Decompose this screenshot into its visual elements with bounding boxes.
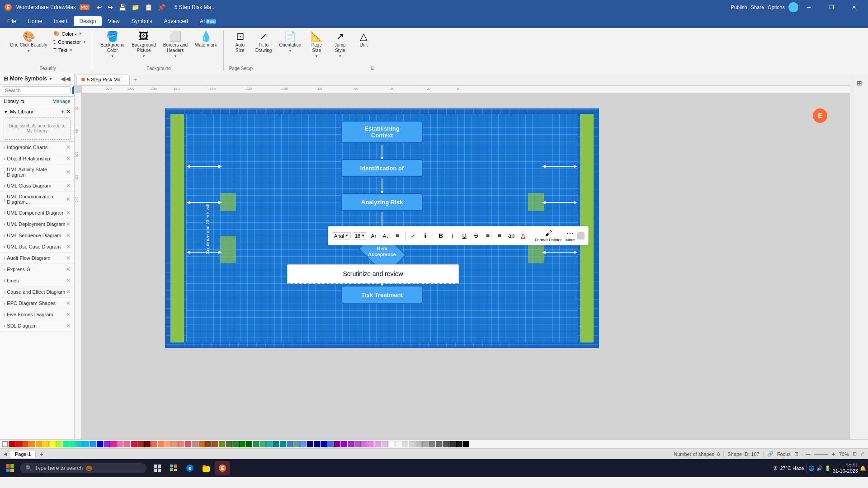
- explorer-button[interactable]: [199, 461, 213, 475]
- jump-style-button[interactable]: ↗ JumpStyle ▼: [329, 30, 351, 60]
- open-button[interactable]: 📁: [130, 3, 141, 12]
- add-tab-button[interactable]: +: [131, 75, 140, 84]
- color-swatch[interactable]: [171, 441, 178, 447]
- library-item[interactable]: ›UML Use Case Diagram✕: [0, 241, 74, 253]
- color-swatch[interactable]: [70, 441, 76, 447]
- color-swatch[interactable]: [63, 441, 69, 447]
- color-swatch[interactable]: [104, 441, 110, 447]
- library-item[interactable]: ›UML Activity State Diagram✕: [0, 164, 74, 180]
- color-swatch[interactable]: [131, 441, 137, 447]
- library-item[interactable]: ›Object Relationship✕: [0, 153, 74, 164]
- font-size-increase-button[interactable]: A↑: [369, 231, 379, 241]
- analyzing-risk-box[interactable]: Analyzing Risk: [341, 193, 423, 211]
- zoom-out-button[interactable]: ─: [806, 450, 811, 458]
- add-page-button[interactable]: +: [37, 450, 46, 459]
- one-click-beautify-button[interactable]: 🎨 One Click Beautify ▼: [7, 30, 50, 55]
- color-swatch[interactable]: [97, 441, 103, 447]
- color-swatch[interactable]: [341, 441, 347, 447]
- color-swatch[interactable]: [15, 441, 22, 447]
- color-swatch[interactable]: [90, 441, 96, 447]
- color-swatch[interactable]: [144, 441, 151, 447]
- color-swatch[interactable]: [9, 441, 15, 447]
- color-swatch[interactable]: [402, 441, 408, 447]
- remove-item-button[interactable]: ✕: [66, 289, 71, 295]
- color-swatch[interactable]: [165, 441, 171, 447]
- remove-item-button[interactable]: ✕: [66, 155, 71, 162]
- library-item[interactable]: ›Five Forces Diagram✕: [0, 309, 74, 320]
- color-swatch[interactable]: [49, 441, 56, 447]
- close-library-button[interactable]: ✕: [66, 108, 71, 115]
- color-swatch[interactable]: [375, 441, 381, 447]
- color-swatch[interactable]: [354, 441, 361, 447]
- color-swatch[interactable]: [409, 441, 415, 447]
- remove-item-button[interactable]: ✕: [66, 144, 71, 150]
- redo-button[interactable]: ↪: [106, 3, 115, 12]
- focus-button[interactable]: Focus: [777, 451, 791, 457]
- library-item[interactable]: ›UML Sequence Diagram✕: [0, 230, 74, 241]
- borders-headers-button[interactable]: ⬜ Borders andHeaders ▼: [160, 30, 190, 60]
- italic-button[interactable]: I: [448, 231, 458, 241]
- library-item[interactable]: ›Express-G✕: [0, 264, 74, 275]
- color-swatch[interactable]: [443, 441, 449, 447]
- start-button[interactable]: [2, 460, 18, 476]
- watermark-button[interactable]: 💧 Watermark: [192, 30, 220, 50]
- sidebar-collapse-button[interactable]: ◀◀: [61, 75, 71, 82]
- menu-home[interactable]: Home: [22, 16, 47, 26]
- format-painter-button[interactable]: 🖌 Format Painter: [534, 229, 563, 243]
- color-swatch[interactable]: [436, 441, 442, 447]
- fullscreen-button[interactable]: ⤢: [860, 451, 864, 457]
- color-swatch[interactable]: [232, 441, 239, 447]
- text-color-button[interactable]: A: [518, 231, 528, 241]
- menu-design[interactable]: Design: [74, 16, 101, 26]
- bullets-button[interactable]: ≡: [483, 231, 493, 241]
- zoom-slider[interactable]: ────: [814, 451, 828, 457]
- strikethrough-button[interactable]: S: [471, 231, 481, 241]
- color-swatch[interactable]: [192, 441, 198, 447]
- font-size-input[interactable]: 18 ▼: [353, 232, 367, 239]
- color-swatch[interactable]: [287, 441, 293, 447]
- font-size-decrease-button[interactable]: A↓: [381, 231, 391, 241]
- toolbar-resize-handle[interactable]: [577, 232, 585, 239]
- color-swatch[interactable]: [388, 441, 395, 447]
- ab-button[interactable]: ab: [506, 231, 516, 241]
- background-color-button[interactable]: 🪣 BackgroundColor ▼: [98, 30, 127, 60]
- more-symbols-button[interactable]: ⊞ More Symbols ▼: [4, 75, 52, 82]
- edraw-badge-button[interactable]: E: [813, 108, 827, 123]
- page-tab-1[interactable]: Page-1: [10, 450, 36, 458]
- color-swatch[interactable]: [226, 441, 232, 447]
- remove-item-button[interactable]: ✕: [66, 323, 71, 329]
- color-swatch[interactable]: [280, 441, 286, 447]
- canvas[interactable]: -220 -200 -180 -160 -140 -120 -100 -80 -…: [75, 86, 850, 439]
- remove-item-button[interactable]: ✕: [66, 255, 71, 261]
- color-swatch[interactable]: [29, 441, 35, 447]
- color-swatch[interactable]: [348, 441, 354, 447]
- remove-item-button[interactable]: ✕: [66, 221, 71, 227]
- more-button[interactable]: ⋯ More: [565, 228, 576, 243]
- page-size-button[interactable]: 📐 PageSize ▼: [306, 30, 327, 60]
- unit-button[interactable]: △ Unit: [353, 30, 374, 50]
- color-swatch[interactable]: [83, 441, 90, 447]
- color-swatch[interactable]: [110, 441, 117, 447]
- checkmark-button[interactable]: ✓: [408, 231, 418, 241]
- remove-item-button[interactable]: ✕: [66, 266, 71, 272]
- close-button[interactable]: ✕: [844, 0, 864, 14]
- scrutinize-textbox[interactable]: Scrutinize and review: [287, 264, 459, 284]
- library-item[interactable]: ›Lines✕: [0, 275, 74, 286]
- underline-button[interactable]: U: [459, 231, 469, 241]
- color-swatch[interactable]: [246, 441, 252, 447]
- color-button[interactable]: 🎨 Color - ▼: [52, 30, 88, 38]
- restore-button[interactable]: ❐: [821, 0, 842, 14]
- search-input[interactable]: [2, 86, 71, 94]
- remove-item-button[interactable]: ✕: [66, 183, 71, 189]
- library-item[interactable]: ›Cause and Effect Diagram✕: [0, 286, 74, 298]
- fit-button[interactable]: ⊡: [853, 451, 857, 457]
- color-swatch[interactable]: [422, 441, 429, 447]
- color-swatch[interactable]: [158, 441, 164, 447]
- menu-insert[interactable]: Insert: [48, 16, 73, 26]
- color-swatch[interactable]: [42, 441, 49, 447]
- color-swatch[interactable]: [368, 441, 374, 447]
- color-swatch[interactable]: [395, 441, 401, 447]
- menu-ai[interactable]: AI Beta: [194, 16, 222, 26]
- color-swatch[interactable]: [456, 441, 462, 447]
- add-library-button[interactable]: +: [61, 108, 64, 115]
